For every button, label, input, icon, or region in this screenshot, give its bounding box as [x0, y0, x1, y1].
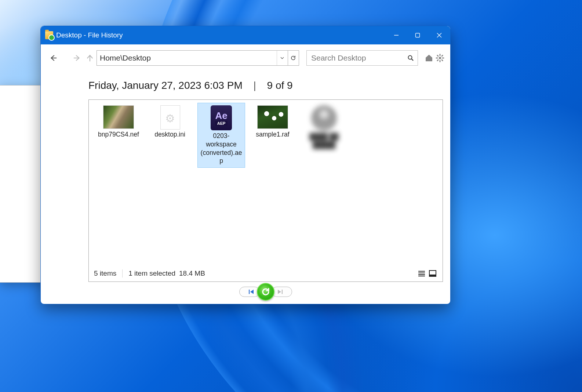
navigation-toolbar: Home\Desktop — [41, 44, 450, 72]
home-icon[interactable] — [424, 53, 434, 63]
file-item-raf[interactable]: sample1.raf — [249, 103, 297, 168]
history-controls — [88, 281, 443, 303]
content-area: Friday, January 27, 2023 6:03 PM | 9 of … — [41, 72, 450, 304]
file-item-desktop-ini[interactable]: desktop.ini — [146, 103, 194, 168]
version-heading: Friday, January 27, 2023 6:03 PM | 9 of … — [88, 72, 443, 99]
status-bar: 5 items 1 item selected 18.4 MB — [89, 265, 443, 282]
file-item-redacted[interactable]: ████ ██ █████ — [300, 103, 348, 168]
window-title: Desktop - File History — [56, 31, 123, 39]
search-icon[interactable] — [407, 55, 414, 61]
version-timestamp: Friday, January 27, 2023 6:03 PM — [88, 80, 243, 91]
file-label: ████ ██ █████ — [302, 133, 346, 149]
search-input[interactable] — [311, 54, 407, 62]
address-text: Home\Desktop — [100, 54, 151, 62]
close-button[interactable] — [428, 26, 450, 44]
photo-thumbnail-icon — [257, 105, 288, 129]
thumbnails-view-button[interactable] — [428, 269, 437, 277]
search-box[interactable] — [306, 50, 418, 66]
minimize-button[interactable] — [386, 26, 407, 44]
svg-point-6 — [439, 57, 441, 59]
refresh-button[interactable] — [288, 51, 299, 65]
svg-rect-1 — [416, 33, 420, 37]
folder-history-icon — [45, 31, 53, 39]
selection-count: 1 item selected — [128, 269, 175, 277]
file-label: sample1.raf — [256, 130, 289, 139]
file-pane: bnp79CS4.nef desktop.ini AeAEP 0203-work… — [88, 99, 443, 282]
restore-button[interactable] — [257, 283, 274, 301]
file-grid[interactable]: bnp79CS4.nef desktop.ini AeAEP 0203-work… — [89, 100, 443, 265]
svg-rect-12 — [429, 275, 436, 276]
item-count: 5 items — [94, 269, 116, 277]
titlebar[interactable]: Desktop - File History — [41, 26, 450, 44]
forward-button[interactable] — [72, 52, 82, 64]
file-item-nef[interactable]: bnp79CS4.nef — [95, 103, 142, 168]
back-button[interactable] — [48, 52, 58, 64]
ini-file-icon — [154, 105, 185, 129]
avatar-icon — [311, 105, 337, 131]
gear-icon[interactable] — [435, 53, 445, 63]
next-version-button[interactable] — [272, 287, 292, 297]
address-bar[interactable]: Home\Desktop — [97, 51, 277, 65]
version-position: 9 of 9 — [267, 80, 293, 91]
photo-thumbnail-icon — [103, 105, 134, 129]
up-button[interactable] — [85, 52, 95, 64]
file-history-window: Desktop - File History Home\Desktop — [40, 26, 451, 304]
file-label: bnp79CS4.nef — [98, 130, 139, 139]
selection-size: 18.4 MB — [179, 269, 205, 277]
file-label: 0203-workspace (converted).aep — [199, 132, 243, 165]
file-label: desktop.ini — [154, 130, 185, 139]
details-view-button[interactable] — [417, 269, 426, 277]
svg-line-5 — [411, 59, 413, 61]
maximize-button[interactable] — [407, 26, 428, 44]
address-dropdown[interactable] — [277, 51, 288, 65]
file-item-aep[interactable]: AeAEP 0203-workspace (converted).aep — [197, 103, 245, 168]
after-effects-icon: AeAEP — [211, 105, 232, 130]
heading-separator: | — [254, 80, 256, 91]
svg-point-4 — [408, 56, 412, 59]
svg-rect-14 — [282, 290, 283, 294]
svg-rect-13 — [249, 290, 250, 294]
